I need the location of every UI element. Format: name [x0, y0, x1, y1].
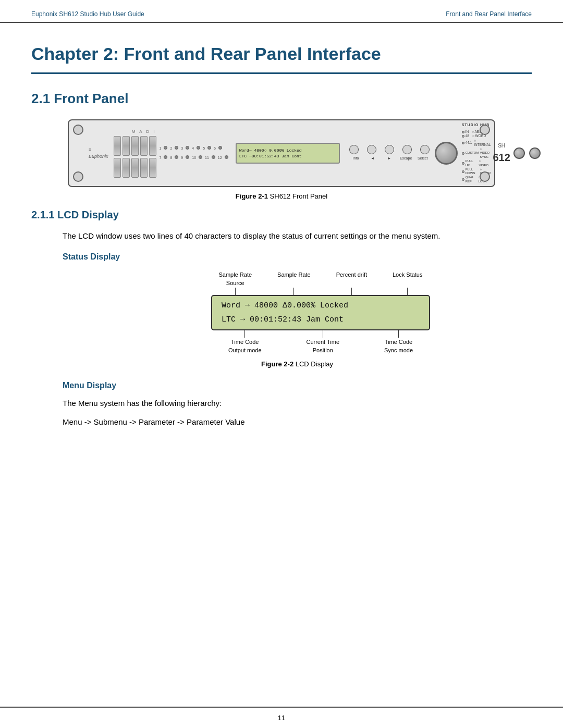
corner-tr — [480, 125, 490, 135]
section-2-1-title: 2.1 Front Panel — [31, 89, 532, 109]
btn-label-fwd: ► — [383, 156, 396, 162]
ch11: 11 — [205, 155, 209, 161]
dot-row-top: 1 2 3 4 5 6 — [160, 146, 228, 152]
menu-para2: Menu -> Submenu -> Parameter -> Paramete… — [63, 416, 532, 428]
page-number: 11 — [278, 713, 285, 723]
fader-9 — [140, 158, 148, 178]
chapter-title: Chapter 2: Front and Rear Panel Interfac… — [31, 41, 532, 74]
btn-select[interactable] — [420, 145, 430, 154]
ch4: 4 — [192, 146, 194, 152]
faders-section: M A D I — [114, 129, 156, 178]
btn-label-back: ◄ — [366, 156, 380, 162]
diagram-lcd-line2: LTC → 00:01:52:43 Jam Cont — [222, 313, 420, 327]
device-lcd: Word→ 4800○ 0.000% Locked LTC →00:01:52:… — [236, 143, 340, 164]
fader-7 — [123, 158, 130, 178]
fader-3 — [131, 136, 139, 156]
corner-bl — [73, 171, 83, 182]
ch8: 8 — [170, 155, 172, 161]
logo-area: ≡ Euphonix — [89, 146, 108, 161]
diagram-lcd: Word → 48000 Δ0.000% Locked LTC → 00:01:… — [211, 295, 430, 330]
ch9: 9 — [181, 155, 183, 161]
knob-small-right[interactable] — [529, 147, 541, 159]
top-label-3: Percent drift — [336, 270, 367, 295]
device-lcd-line1: Word→ 4800○ 0.000% Locked — [239, 147, 336, 153]
header-right: Front and Rear Panel Interface — [446, 9, 532, 19]
tick-b3 — [398, 330, 399, 338]
tick-4 — [407, 288, 408, 295]
page-footer: 11 — [0, 707, 563, 729]
device-lcd-line2: LTC →00:01:52:43 Jam Cont — [239, 153, 336, 159]
corner-tl — [73, 125, 83, 135]
tick-b2 — [323, 330, 323, 338]
figure-2-caption-bold: Figure 2-2 — [261, 360, 293, 368]
top-label-1: Sample Rate Source — [219, 270, 252, 295]
button-circles — [349, 145, 430, 154]
btn-label-info: Info — [349, 156, 363, 162]
bottom-label-3: Time Code Sync mode — [384, 330, 413, 355]
right-knob-area — [513, 147, 541, 159]
fader-4 — [140, 136, 148, 156]
page-header: Euphonix SH612 Studio Hub User Guide Fro… — [0, 0, 563, 23]
bottom-label-2: Current Time Position — [306, 330, 339, 355]
top-label-4: Lock Status — [393, 270, 422, 295]
status-display-section: Status Display Sample Rate Source Sample… — [63, 251, 532, 429]
btn-forward[interactable] — [385, 145, 394, 154]
figure-1-container: ≡ Euphonix M A D I — [31, 119, 532, 202]
fader-8 — [131, 158, 139, 178]
model-label-area: SH 612 — [493, 142, 510, 165]
status-diagram-wrapper: Sample Rate Source Sample Rate Percent d… — [83, 270, 532, 355]
figure-1-caption-bold: Figure 2-1 — [236, 192, 268, 200]
figure-2-caption: Figure 2-2 LCD Display — [63, 359, 532, 369]
btn-info[interactable] — [349, 145, 359, 154]
knob-main[interactable] — [435, 142, 458, 165]
ch2: 2 — [170, 146, 172, 152]
ch5: 5 — [203, 146, 205, 152]
device-panel-drawing: ≡ Euphonix M A D I — [68, 119, 495, 187]
btn-back[interactable] — [367, 145, 376, 154]
channel-dots: 1 2 3 4 5 6 7 8 9 10 11 12 — [160, 146, 228, 161]
device-buttons: Info ◄ ► Escape Select — [349, 145, 430, 162]
btn-escape[interactable] — [402, 145, 412, 154]
btn-label-escape: Escape — [399, 156, 413, 162]
status-display-heading: Status Display — [63, 251, 532, 263]
logo-text: ≡ Euphonix — [89, 146, 108, 161]
main-content: Chapter 2: Front and Rear Panel Interfac… — [0, 23, 563, 455]
ch10: 10 — [192, 155, 196, 161]
rotary-knob — [435, 142, 458, 165]
figure-2-caption-text: LCD Display — [293, 360, 333, 368]
tick-1 — [235, 288, 236, 295]
menu-para1: The Menu system has the following hierar… — [63, 397, 532, 410]
tick-3 — [351, 288, 352, 295]
button-labels: Info ◄ ► Escape Select — [349, 156, 430, 162]
menu-display-heading: Menu Display — [63, 379, 532, 392]
btn-label-select: Select — [416, 156, 430, 162]
diagram-lcd-line1: Word → 48000 Δ0.000% Locked — [222, 299, 420, 313]
tick-b1 — [244, 330, 245, 338]
madi-label: M A D I — [132, 129, 156, 135]
knob-pair — [513, 147, 541, 159]
bottom-label-1: Time Code Output mode — [228, 330, 262, 355]
dot-row-bottom: 7 8 9 10 11 12 — [160, 155, 228, 161]
bottom-labels-row: Time Code Output mode Current Time Posit… — [201, 330, 440, 355]
top-labels-row: Sample Rate Source Sample Rate Percent d… — [201, 270, 440, 295]
sh-label: SH — [498, 142, 505, 150]
top-label-2: Sample Rate — [277, 270, 311, 295]
ch12: 12 — [218, 155, 222, 161]
fader-5 — [149, 136, 156, 156]
subsection-2-1-1-title: 2.1.1 LCD Display — [31, 207, 532, 223]
knob-small-left[interactable] — [513, 147, 525, 159]
ch6: 6 — [214, 146, 216, 152]
ch7: 7 — [160, 155, 162, 161]
fader-row-bottom — [114, 158, 156, 178]
fader-6 — [114, 158, 121, 178]
fader-row-top — [114, 136, 156, 156]
tick-2 — [293, 288, 294, 295]
lcd-desc-text: The LCD window uses two lines of 40 char… — [63, 230, 532, 242]
device-lcd-box: Word→ 4800○ 0.000% Locked LTC →00:01:52:… — [236, 143, 340, 164]
header-left: Euphonix SH612 Studio Hub User Guide — [31, 9, 144, 19]
corner-br — [480, 171, 490, 182]
ch3: 3 — [181, 146, 183, 152]
figure-1-caption: Figure 2-1 SH612 Front Panel — [236, 191, 327, 202]
ch1: 1 — [160, 146, 162, 152]
model-number: 612 — [493, 150, 510, 165]
